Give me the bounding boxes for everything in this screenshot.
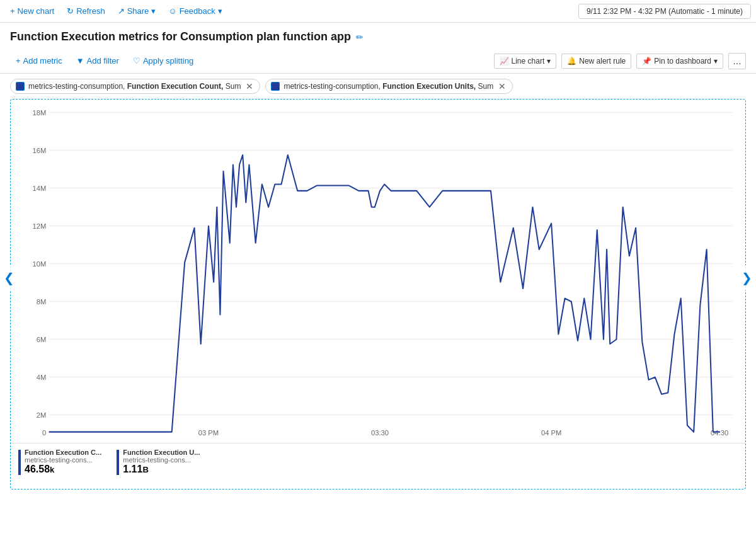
svg-text:4M: 4M [37,374,47,381]
top-toolbar-left: + New chart ↻ Refresh ↗ Share ▾ ☺ Feedba… [5,4,227,18]
svg-text:10M: 10M [32,260,46,268]
nav-next-arrow[interactable]: ❯ [739,265,755,290]
svg-text:18M: 18M [32,109,46,117]
filter-icon: ▼ [76,56,84,66]
line-chart-button[interactable]: 📈 Line chart ▾ [494,54,557,69]
add-filter-button[interactable]: ▼ Add filter [71,53,125,69]
pill-close-1[interactable]: ✕ [497,82,507,91]
pill-close-0[interactable]: ✕ [244,82,255,91]
page-title: Function Execution metrics for Consumpti… [10,30,351,43]
metric-toolbar-right: 📈 Line chart ▾ 🔔 New alert rule 📌 Pin to… [494,53,746,69]
svg-text:03:30: 03:30 [371,429,389,437]
top-toolbar-right: 9/11 2:32 PM - 4:32 PM (Automatic - 1 mi… [578,4,751,19]
feedback-button[interactable]: ☺ Feedback ▾ [163,4,227,18]
split-icon: ♡ [133,56,140,66]
line-chart-icon: 📈 [500,57,509,66]
svg-text:12M: 12M [32,222,46,230]
svg-text:2M: 2M [37,411,47,419]
svg-text:16M: 16M [32,147,46,154]
line-chart-chevron-icon: ▾ [547,57,551,66]
refresh-icon: ↻ [67,6,74,16]
legend-color-0 [18,450,21,475]
more-options-button[interactable]: … [728,53,746,69]
share-icon: ↗ [118,6,125,16]
metric-pill-0: metrics-testing-consumption, Function Ex… [10,79,260,94]
nav-prev-arrow[interactable]: ❮ [1,265,17,290]
pill-icon-1 [271,82,280,91]
metric-toolbar-left: + Add metric ▼ Add filter ♡ Apply splitt… [10,53,199,69]
chart-line [49,155,719,432]
refresh-button[interactable]: ↻ Refresh [62,4,110,18]
chart-legend: Function Execution C... metrics-testing-… [11,443,745,480]
legend-color-1 [117,450,119,475]
new-chart-button[interactable]: + New chart [5,4,59,18]
chart-svg: 18M 16M 14M 12M 10M 8M 6M 4M 2M 0 03 PM … [11,100,745,438]
feedback-icon: ☺ [168,6,176,16]
add-metric-button[interactable]: + Add metric [10,53,68,69]
chart-container: 18M 16M 14M 12M 10M 8M 6M 4M 2M 0 03 PM … [10,99,746,489]
plus-icon: + [10,6,15,16]
chart-inner: 18M 16M 14M 12M 10M 8M 6M 4M 2M 0 03 PM … [11,100,745,489]
svg-text:14M: 14M [32,185,46,192]
share-chevron-icon: ▾ [151,6,156,16]
new-alert-rule-button[interactable]: 🔔 New alert rule [561,54,631,69]
metric-pill-1: metrics-testing-consumption, Function Ex… [265,79,513,94]
pin-icon: 📌 [642,57,651,66]
feedback-chevron-icon: ▾ [218,6,222,16]
svg-text:6M: 6M [37,336,47,343]
svg-text:04 PM: 04 PM [541,429,561,437]
top-toolbar: + New chart ↻ Refresh ↗ Share ▾ ☺ Feedba… [0,0,756,23]
share-button[interactable]: ↗ Share ▾ [113,4,161,18]
page-title-bar: Function Execution metrics for Consumpti… [0,23,756,49]
alert-icon: 🔔 [567,57,576,66]
svg-text:0: 0 [42,429,46,437]
legend-item-0: Function Execution C... metrics-testing-… [18,449,101,475]
pill-icon-0 [16,82,25,91]
svg-text:8M: 8M [37,298,47,306]
svg-text:03 PM: 03 PM [198,429,219,437]
edit-icon[interactable]: ✏ [356,32,364,42]
apply-splitting-button[interactable]: ♡ Apply splitting [127,53,199,69]
metric-toolbar: + Add metric ▼ Add filter ♡ Apply splitt… [0,49,756,74]
legend-item-1: Function Execution U... metrics-testing-… [117,449,200,475]
time-range-button[interactable]: 9/11 2:32 PM - 4:32 PM (Automatic - 1 mi… [578,4,751,19]
pills-bar: metrics-testing-consumption, Function Ex… [0,74,756,99]
add-metric-icon: + [16,56,21,66]
pin-chevron-icon: ▾ [714,57,718,66]
pin-to-dashboard-button[interactable]: 📌 Pin to dashboard ▾ [636,54,723,69]
